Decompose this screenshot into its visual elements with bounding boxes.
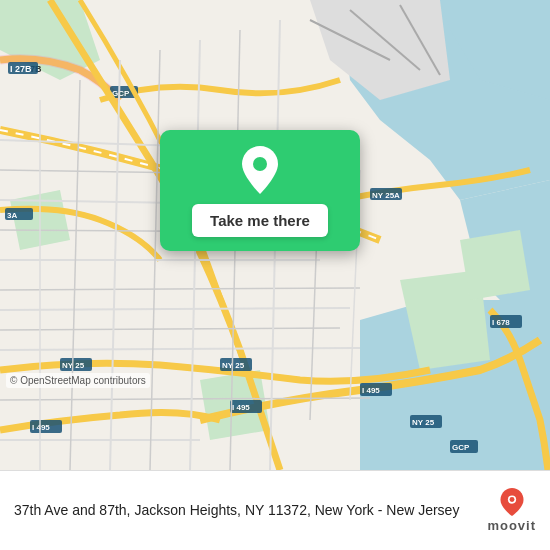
svg-text:NY 25: NY 25 xyxy=(412,418,435,427)
location-pin-icon xyxy=(240,146,280,194)
svg-text:3A: 3A xyxy=(7,211,17,220)
svg-point-64 xyxy=(509,497,514,502)
svg-text:GCP: GCP xyxy=(112,89,130,98)
map-container: I 27B I 27B GCP GCP NY 25A 3A NY 25 NY 2… xyxy=(0,0,550,470)
moovit-pin-icon xyxy=(498,488,526,516)
address-text: 37th Ave and 87th, Jackson Heights, NY 1… xyxy=(14,501,475,521)
svg-text:I 678: I 678 xyxy=(492,318,510,327)
svg-marker-10 xyxy=(460,230,530,300)
svg-text:I 27B: I 27B xyxy=(10,64,32,74)
moovit-logo: moovit xyxy=(487,488,536,533)
svg-text:NY 25: NY 25 xyxy=(222,361,245,370)
svg-text:GCP: GCP xyxy=(452,443,470,452)
take-me-there-button[interactable]: Take me there xyxy=(192,204,328,237)
svg-text:I 495: I 495 xyxy=(232,403,250,412)
info-bar: 37th Ave and 87th, Jackson Heights, NY 1… xyxy=(0,470,550,550)
button-overlay[interactable]: Take me there xyxy=(160,130,360,251)
green-card[interactable]: Take me there xyxy=(160,130,360,251)
svg-text:I 495: I 495 xyxy=(32,423,50,432)
svg-point-62 xyxy=(253,157,267,171)
svg-text:I 495: I 495 xyxy=(362,386,380,395)
svg-text:NY 25A: NY 25A xyxy=(372,191,400,200)
moovit-label: moovit xyxy=(487,518,536,533)
copyright-text: © OpenStreetMap contributors xyxy=(6,373,150,388)
